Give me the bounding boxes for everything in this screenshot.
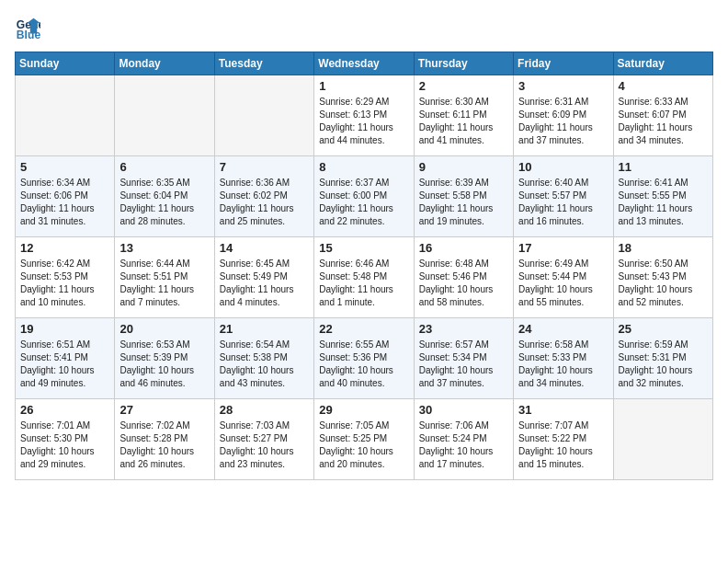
day-info: Sunrise: 6:59 AM Sunset: 5:31 PM Dayligh…: [619, 339, 708, 390]
calendar-cell: 4Sunrise: 6:33 AM Sunset: 6:07 PM Daylig…: [613, 75, 712, 156]
day-info: Sunrise: 6:46 AM Sunset: 5:48 PM Dayligh…: [319, 258, 408, 309]
day-info: Sunrise: 6:51 AM Sunset: 5:41 PM Dayligh…: [20, 339, 109, 390]
day-number: 22: [319, 322, 408, 336]
logo: General Blue: [15, 15, 44, 40]
weekday-header-monday: Monday: [115, 52, 214, 75]
day-info: Sunrise: 6:36 AM Sunset: 6:02 PM Dayligh…: [220, 177, 309, 228]
day-number: 8: [319, 160, 408, 174]
day-info: Sunrise: 7:02 AM Sunset: 5:28 PM Dayligh…: [119, 419, 209, 471]
calendar-cell: 6Sunrise: 6:35 AM Sunset: 6:04 PM Daylig…: [115, 156, 214, 237]
day-number: 31: [518, 403, 608, 417]
day-info: Sunrise: 6:33 AM Sunset: 6:07 PM Dayligh…: [619, 96, 708, 147]
day-number: 17: [518, 241, 608, 255]
day-info: Sunrise: 6:34 AM Sunset: 6:06 PM Dayligh…: [20, 177, 109, 228]
page-header: General Blue: [15, 15, 713, 40]
day-number: 11: [619, 160, 708, 174]
day-number: 29: [319, 403, 408, 417]
day-info: Sunrise: 6:45 AM Sunset: 5:49 PM Dayligh…: [220, 258, 309, 309]
day-info: Sunrise: 6:44 AM Sunset: 5:51 PM Dayligh…: [119, 258, 209, 309]
calendar-cell: 8Sunrise: 6:37 AM Sunset: 6:00 PM Daylig…: [314, 156, 414, 237]
day-info: Sunrise: 6:29 AM Sunset: 6:13 PM Dayligh…: [319, 96, 408, 147]
day-number: 5: [20, 160, 109, 174]
calendar-cell: 26Sunrise: 7:01 AM Sunset: 5:30 PM Dayli…: [16, 399, 115, 480]
day-number: 28: [220, 403, 309, 417]
calendar-cell: 10Sunrise: 6:40 AM Sunset: 5:57 PM Dayli…: [514, 156, 613, 237]
weekday-header-saturday: Saturday: [613, 52, 712, 75]
weekday-header-thursday: Thursday: [414, 52, 513, 75]
day-info: Sunrise: 6:49 AM Sunset: 5:44 PM Dayligh…: [518, 258, 608, 309]
day-info: Sunrise: 6:41 AM Sunset: 5:55 PM Dayligh…: [619, 177, 708, 228]
day-info: Sunrise: 7:06 AM Sunset: 5:24 PM Dayligh…: [419, 419, 508, 471]
week-row-2: 5Sunrise: 6:34 AM Sunset: 6:06 PM Daylig…: [16, 156, 713, 237]
calendar-cell: 27Sunrise: 7:02 AM Sunset: 5:28 PM Dayli…: [115, 399, 214, 480]
calendar-cell: [115, 75, 214, 156]
day-number: 19: [20, 322, 109, 336]
day-number: 7: [220, 160, 309, 174]
calendar-cell: 29Sunrise: 7:05 AM Sunset: 5:25 PM Dayli…: [314, 399, 414, 480]
day-info: Sunrise: 6:30 AM Sunset: 6:11 PM Dayligh…: [419, 96, 508, 147]
calendar-cell: 25Sunrise: 6:59 AM Sunset: 5:31 PM Dayli…: [613, 318, 712, 399]
day-number: 9: [419, 160, 508, 174]
day-number: 21: [220, 322, 309, 336]
calendar-cell: 5Sunrise: 6:34 AM Sunset: 6:06 PM Daylig…: [16, 156, 115, 237]
day-info: Sunrise: 6:42 AM Sunset: 5:53 PM Dayligh…: [20, 258, 109, 309]
weekday-header-row: SundayMondayTuesdayWednesdayThursdayFrid…: [16, 52, 713, 75]
day-number: 30: [419, 403, 508, 417]
calendar-cell: 28Sunrise: 7:03 AM Sunset: 5:27 PM Dayli…: [214, 399, 313, 480]
calendar-cell: [613, 399, 712, 480]
logo-icon: General Blue: [15, 15, 40, 40]
day-info: Sunrise: 6:58 AM Sunset: 5:33 PM Dayligh…: [518, 339, 608, 390]
calendar-table: SundayMondayTuesdayWednesdayThursdayFrid…: [15, 52, 713, 480]
day-info: Sunrise: 6:53 AM Sunset: 5:39 PM Dayligh…: [119, 339, 209, 390]
calendar-cell: 19Sunrise: 6:51 AM Sunset: 5:41 PM Dayli…: [16, 318, 115, 399]
day-number: 12: [20, 241, 109, 255]
day-info: Sunrise: 6:40 AM Sunset: 5:57 PM Dayligh…: [518, 177, 608, 228]
day-info: Sunrise: 6:37 AM Sunset: 6:00 PM Dayligh…: [319, 177, 408, 228]
day-number: 14: [220, 241, 309, 255]
calendar-cell: 9Sunrise: 6:39 AM Sunset: 5:58 PM Daylig…: [414, 156, 513, 237]
day-number: 15: [319, 241, 408, 255]
day-info: Sunrise: 6:54 AM Sunset: 5:38 PM Dayligh…: [220, 339, 309, 390]
day-number: 1: [319, 79, 408, 93]
day-number: 26: [20, 403, 109, 417]
day-info: Sunrise: 7:01 AM Sunset: 5:30 PM Dayligh…: [20, 419, 109, 471]
calendar-cell: 24Sunrise: 6:58 AM Sunset: 5:33 PM Dayli…: [514, 318, 613, 399]
calendar-cell: 7Sunrise: 6:36 AM Sunset: 6:02 PM Daylig…: [214, 156, 313, 237]
calendar-cell: [214, 75, 313, 156]
day-info: Sunrise: 7:05 AM Sunset: 5:25 PM Dayligh…: [319, 419, 408, 471]
calendar-cell: 31Sunrise: 7:07 AM Sunset: 5:22 PM Dayli…: [514, 399, 613, 480]
weekday-header-friday: Friday: [514, 52, 613, 75]
calendar-cell: 1Sunrise: 6:29 AM Sunset: 6:13 PM Daylig…: [314, 75, 414, 156]
calendar-cell: 11Sunrise: 6:41 AM Sunset: 5:55 PM Dayli…: [613, 156, 712, 237]
calendar-cell: 18Sunrise: 6:50 AM Sunset: 5:43 PM Dayli…: [613, 237, 712, 318]
calendar-cell: 13Sunrise: 6:44 AM Sunset: 5:51 PM Dayli…: [115, 237, 214, 318]
day-info: Sunrise: 6:39 AM Sunset: 5:58 PM Dayligh…: [419, 177, 508, 228]
calendar-cell: 20Sunrise: 6:53 AM Sunset: 5:39 PM Dayli…: [115, 318, 214, 399]
calendar-cell: 2Sunrise: 6:30 AM Sunset: 6:11 PM Daylig…: [414, 75, 513, 156]
weekday-header-tuesday: Tuesday: [214, 52, 313, 75]
calendar-cell: [16, 75, 115, 156]
week-row-3: 12Sunrise: 6:42 AM Sunset: 5:53 PM Dayli…: [16, 237, 713, 318]
calendar-cell: 30Sunrise: 7:06 AM Sunset: 5:24 PM Dayli…: [414, 399, 513, 480]
day-number: 23: [419, 322, 508, 336]
day-info: Sunrise: 6:57 AM Sunset: 5:34 PM Dayligh…: [419, 339, 508, 390]
day-info: Sunrise: 6:48 AM Sunset: 5:46 PM Dayligh…: [419, 258, 508, 309]
day-info: Sunrise: 6:50 AM Sunset: 5:43 PM Dayligh…: [619, 258, 708, 309]
calendar-cell: 21Sunrise: 6:54 AM Sunset: 5:38 PM Dayli…: [214, 318, 313, 399]
day-number: 3: [518, 79, 608, 93]
calendar-cell: 16Sunrise: 6:48 AM Sunset: 5:46 PM Dayli…: [414, 237, 513, 318]
day-number: 24: [518, 322, 608, 336]
calendar-cell: 15Sunrise: 6:46 AM Sunset: 5:48 PM Dayli…: [314, 237, 414, 318]
day-number: 16: [419, 241, 508, 255]
weekday-header-wednesday: Wednesday: [314, 52, 414, 75]
day-number: 10: [518, 160, 608, 174]
day-number: 4: [619, 79, 708, 93]
day-info: Sunrise: 6:55 AM Sunset: 5:36 PM Dayligh…: [319, 339, 408, 390]
week-row-1: 1Sunrise: 6:29 AM Sunset: 6:13 PM Daylig…: [16, 75, 713, 156]
day-number: 6: [119, 160, 209, 174]
week-row-5: 26Sunrise: 7:01 AM Sunset: 5:30 PM Dayli…: [16, 399, 713, 480]
day-number: 25: [619, 322, 708, 336]
weekday-header-sunday: Sunday: [16, 52, 115, 75]
day-number: 2: [419, 79, 508, 93]
day-info: Sunrise: 7:03 AM Sunset: 5:27 PM Dayligh…: [220, 419, 309, 471]
